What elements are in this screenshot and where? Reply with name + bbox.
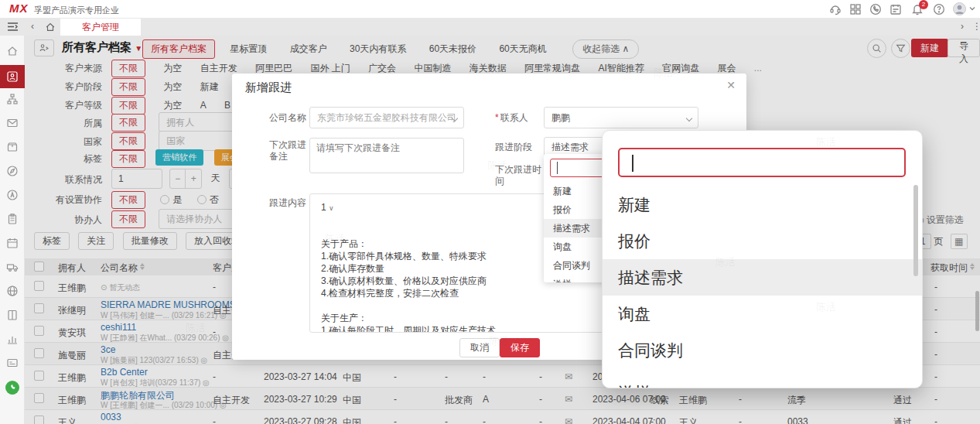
bulk-edit-button[interactable]: 批量修改 bbox=[123, 232, 177, 250]
headset-icon[interactable] bbox=[829, 3, 842, 15]
row-checkbox[interactable] bbox=[34, 303, 44, 313]
quick-filter-all[interactable]: 所有客户档案 bbox=[142, 39, 215, 59]
filter-option[interactable]: 为空 bbox=[163, 77, 182, 94]
globe-icon[interactable] bbox=[6, 285, 19, 297]
row-checkbox[interactable] bbox=[34, 281, 44, 291]
dropdown-option[interactable]: 报价 bbox=[603, 223, 923, 259]
truck-icon[interactable] bbox=[6, 261, 19, 273]
dropdown-option[interactable]: 新建 bbox=[603, 186, 923, 223]
help-icon[interactable] bbox=[933, 3, 945, 15]
menu-toggle-icon[interactable] bbox=[7, 22, 19, 32]
mail-icon[interactable]: ✉ bbox=[565, 416, 572, 424]
column-settings-icon[interactable]: ▦ bbox=[951, 234, 968, 249]
row-checkbox[interactable] bbox=[34, 371, 44, 381]
mail-icon[interactable]: ✉ bbox=[565, 371, 572, 382]
filter-unlimited[interactable]: 不限 bbox=[111, 78, 145, 96]
quick-filter-deal[interactable]: 成交客户 bbox=[282, 40, 335, 58]
apps-grid-icon[interactable] bbox=[849, 3, 862, 15]
row-checkbox[interactable] bbox=[34, 393, 44, 403]
font-size-select[interactable]: 1 ∨ bbox=[321, 202, 334, 213]
tab-more-icon[interactable]: ⋮ bbox=[972, 21, 980, 32]
ai-circle-icon[interactable] bbox=[6, 189, 19, 201]
bar-chart-icon[interactable] bbox=[6, 333, 19, 345]
next-note-textarea[interactable] bbox=[309, 138, 464, 173]
vertical-scrollbar[interactable] bbox=[975, 291, 979, 331]
row-checkbox[interactable] bbox=[34, 326, 44, 336]
bulk-follow-button[interactable]: 关注 bbox=[78, 232, 114, 250]
notebook-icon[interactable] bbox=[6, 309, 19, 321]
table-row[interactable]: 王义 0033 ⊙ 暂无动态 - 2023-03-27 09:28 中国 - -… bbox=[25, 410, 980, 424]
quick-filter-60d-quote[interactable]: 60天未报价 bbox=[422, 40, 484, 58]
whatsapp-icon[interactable] bbox=[5, 381, 19, 395]
sidebar-item-customers-active[interactable] bbox=[0, 65, 25, 88]
col-owner[interactable]: 拥有人 bbox=[58, 262, 86, 275]
company-link[interactable]: 0033 bbox=[101, 412, 121, 422]
days-input[interactable]: 1 bbox=[111, 169, 162, 189]
company-link[interactable]: ceshi111 bbox=[101, 322, 136, 333]
home-icon[interactable] bbox=[6, 45, 19, 57]
minus-icon[interactable]: − bbox=[170, 169, 186, 188]
package-icon[interactable] bbox=[6, 141, 19, 153]
filter-option[interactable]: B bbox=[224, 97, 230, 111]
col-company[interactable]: 公司名称 bbox=[101, 262, 145, 275]
dropdown-scrollbar[interactable] bbox=[913, 185, 918, 276]
filter-funnel-icon[interactable] bbox=[891, 39, 910, 58]
filter-option[interactable]: 自主开发 bbox=[200, 59, 237, 75]
new-button[interactable]: 新建 bbox=[911, 39, 948, 57]
id-card-icon[interactable] bbox=[6, 357, 19, 369]
phone-icon[interactable] bbox=[869, 3, 882, 15]
stage-search-input-large[interactable] bbox=[618, 148, 906, 177]
filter-option[interactable]: 国外 上门 bbox=[310, 59, 350, 75]
tab-customer-management[interactable]: 客户管理 bbox=[60, 19, 141, 36]
clipboard-icon[interactable] bbox=[6, 213, 19, 225]
quick-filter-60d-opp[interactable]: 60天无商机 bbox=[491, 40, 554, 58]
save-button[interactable]: 保存 bbox=[500, 338, 540, 357]
contact-select[interactable]: 鹏鹏 bbox=[544, 107, 698, 128]
brand-logo[interactable]: MX bbox=[9, 2, 29, 15]
filter-option[interactable]: 新建 bbox=[200, 77, 219, 94]
page-title[interactable]: 所有客户档案 ▼ bbox=[62, 40, 142, 55]
tab-scroll-right-icon[interactable]: › bbox=[961, 21, 964, 32]
schedule-icon[interactable] bbox=[890, 3, 902, 15]
filter-option[interactable]: 中国制造 bbox=[414, 59, 451, 75]
select-all-checkbox[interactable] bbox=[34, 262, 44, 272]
filter-unlimited[interactable]: 不限 bbox=[111, 60, 145, 77]
dropdown-option[interactable]: 送样 bbox=[603, 374, 923, 388]
filter-option[interactable]: 海关数据 bbox=[470, 59, 507, 75]
home-tab-icon[interactable] bbox=[45, 22, 56, 32]
search-icon[interactable] bbox=[867, 39, 886, 58]
company-link[interactable]: B2b Center bbox=[101, 367, 148, 378]
row-checkbox[interactable] bbox=[34, 348, 44, 358]
dropdown-option[interactable]: 询盘 bbox=[603, 296, 923, 332]
filter-unlimited[interactable]: 不限 bbox=[111, 132, 145, 150]
collapse-filters-button[interactable]: 收起筛选 ∧ bbox=[572, 39, 639, 59]
filter-unlimited[interactable]: 不限 bbox=[111, 191, 145, 209]
import-button[interactable]: 导入 bbox=[948, 39, 980, 57]
radio-no[interactable] bbox=[197, 195, 207, 204]
dropdown-option[interactable]: 合同谈判 bbox=[603, 332, 923, 368]
filter-option[interactable]: 官网询盘 bbox=[662, 59, 699, 75]
filter-option[interactable]: 阿里常规询盘 bbox=[524, 59, 580, 75]
table-row[interactable]: 王维鹏 鹏鹏轮胎有限公司 W [王维鹏] 创建一... (03/29 10:00… bbox=[25, 388, 980, 410]
dropdown-option-selected[interactable]: 描述需求 bbox=[603, 259, 923, 296]
filter-more-options[interactable]: ... bbox=[754, 60, 762, 74]
mail-icon[interactable] bbox=[6, 117, 19, 129]
tag-marketing[interactable]: 营销软件 bbox=[155, 149, 203, 166]
bulk-tag-button[interactable]: 标签 bbox=[34, 232, 70, 250]
filter-option[interactable]: 展会 bbox=[717, 59, 736, 75]
filter-option[interactable]: AI智能推荐 bbox=[598, 59, 644, 75]
sort-icon[interactable] bbox=[970, 263, 975, 270]
filter-option[interactable]: 为空 bbox=[163, 96, 182, 112]
quick-filter-30d[interactable]: 30天内有联系 bbox=[342, 40, 414, 58]
filter-unlimited[interactable]: 不限 bbox=[111, 210, 145, 228]
row-checkbox[interactable] bbox=[34, 415, 44, 424]
filter-unlimited[interactable]: 不限 bbox=[111, 114, 145, 132]
cancel-button[interactable]: 取消 bbox=[459, 338, 500, 357]
close-icon[interactable]: ✕ bbox=[726, 79, 736, 91]
view-mode-icon[interactable] bbox=[34, 39, 54, 56]
calendar-icon[interactable] bbox=[6, 237, 19, 249]
org-tree-icon[interactable] bbox=[6, 93, 19, 105]
sort-icon[interactable] bbox=[140, 263, 145, 270]
col-acquired[interactable]: 获取时间 bbox=[930, 262, 975, 275]
user-avatar[interactable] bbox=[953, 2, 966, 15]
